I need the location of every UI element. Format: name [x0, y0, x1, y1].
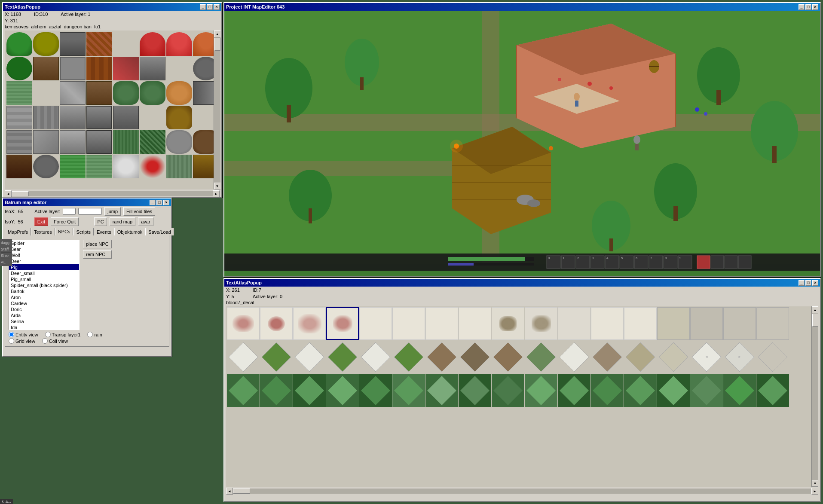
bottom-atlas-scrollbar-h[interactable]: ◄ ►: [226, 488, 818, 495]
diamond-tile[interactable]: [392, 341, 425, 373]
tab-npcs[interactable]: NPCs: [55, 228, 73, 235]
npc-item-selina[interactable]: Selina: [9, 318, 79, 324]
radio-entity-view[interactable]: Entity view: [9, 332, 38, 337]
radio-rain[interactable]: rain: [87, 332, 102, 337]
checker-tile[interactable]: [591, 374, 624, 407]
diamond-tile[interactable]: [425, 341, 458, 373]
npc-item-deer[interactable]: Deer: [9, 258, 79, 264]
sprite-cell[interactable]: [140, 106, 165, 129]
sprite-cell[interactable]: [60, 130, 86, 154]
diamond-tile[interactable]: [293, 341, 326, 373]
scroll-thumb[interactable]: [214, 38, 220, 51]
sprite-cell[interactable]: [6, 32, 32, 56]
tab-scripts[interactable]: Scripts: [73, 228, 94, 235]
radio-coll-view[interactable]: Coll view: [42, 338, 68, 344]
npc-item-ida[interactable]: Ida: [9, 324, 79, 330]
sprite-cell[interactable]: [166, 106, 192, 129]
sprite-cell[interactable]: [166, 32, 192, 56]
checker-tile[interactable]: [492, 374, 524, 407]
sprite-cell[interactable]: [140, 32, 165, 56]
jump-button[interactable]: jump: [104, 207, 121, 216]
tile-cell[interactable]: [392, 307, 425, 340]
scroll-down-btn[interactable]: ▼: [214, 183, 221, 189]
bottom-scroll-up[interactable]: ▲: [812, 306, 819, 313]
map-canvas[interactable]: 0 1 2 3 4 5 6 7 8 9: [224, 11, 820, 276]
rand-map-button[interactable]: rand map: [110, 217, 135, 226]
npc-item-cardew[interactable]: Cardew: [9, 300, 79, 306]
force-quit-button[interactable]: Force Quit: [51, 217, 79, 226]
sprite-cell[interactable]: [86, 32, 112, 56]
diamond-tile[interactable]: [326, 341, 359, 373]
bottom-h-scroll-right[interactable]: ►: [811, 488, 818, 495]
sprite-cell[interactable]: [86, 57, 112, 80]
balrum-minimize[interactable]: _: [150, 200, 156, 205]
checker-tile[interactable]: [425, 374, 458, 407]
atlas-bottom-maximize[interactable]: □: [805, 280, 811, 286]
sprite-cell[interactable]: [60, 106, 86, 129]
active-layer-input[interactable]: 1: [63, 208, 76, 215]
exit-button[interactable]: Exit: [34, 217, 48, 226]
npc-item-doric[interactable]: Doric: [9, 306, 79, 312]
bottom-scroll-thumb[interactable]: [812, 314, 818, 327]
tile-cell-wood[interactable]: [657, 307, 690, 340]
sprite-cell[interactable]: [140, 130, 165, 154]
checker-tile[interactable]: [260, 374, 293, 407]
scroll-left-btn[interactable]: ◄: [5, 190, 12, 197]
scroll-up-btn[interactable]: ▲: [214, 31, 221, 37]
radio-grid-view[interactable]: Grid view: [9, 338, 35, 344]
sprite-cell[interactable]: [86, 106, 112, 129]
sprite-cell[interactable]: [33, 81, 59, 105]
h-scroll-thumb[interactable]: [12, 191, 29, 196]
diamond-tile[interactable]: ►: [723, 341, 756, 373]
tile-cell[interactable]: [624, 307, 657, 340]
sprite-cell[interactable]: [6, 57, 32, 80]
bottom-atlas-scrollbar-v[interactable]: ▲ ▼: [811, 306, 818, 487]
tile-cell[interactable]: [756, 307, 789, 340]
map-editor-close[interactable]: ×: [812, 4, 818, 10]
npc-item-deer-small[interactable]: Deer_small: [9, 270, 79, 276]
atlas-bottom-minimize[interactable]: _: [799, 280, 805, 286]
npc-item-bartok[interactable]: Bartok: [9, 288, 79, 294]
pc-button[interactable]: PC: [94, 217, 107, 226]
sprite-cell[interactable]: [6, 155, 32, 178]
sprite-cell[interactable]: [60, 81, 86, 105]
diamond-tile[interactable]: [657, 341, 690, 373]
tile-cell-selected[interactable]: [326, 307, 359, 340]
checker-tile[interactable]: [459, 374, 491, 407]
sprite-cell[interactable]: [6, 130, 32, 154]
diamond-tile[interactable]: [359, 341, 392, 373]
tile-cell[interactable]: [525, 307, 557, 340]
npc-item-pig-small[interactable]: Pig_small: [9, 276, 79, 282]
sprite-cell[interactable]: [113, 130, 139, 154]
diamond-tile[interactable]: [260, 341, 293, 373]
sprite-cell[interactable]: [86, 130, 112, 154]
checker-tile[interactable]: [756, 374, 789, 407]
atlas-bottom-close[interactable]: ×: [812, 280, 818, 286]
sprite-cell[interactable]: [113, 81, 139, 105]
tile-cell[interactable]: [293, 307, 326, 340]
diamond-tile[interactable]: [591, 341, 624, 373]
tile-cell[interactable]: [260, 307, 293, 340]
sprite-cell[interactable]: [60, 155, 86, 178]
sprite-scrollbar-h[interactable]: ◄ ►: [5, 190, 220, 197]
sprite-cell[interactable]: [33, 106, 59, 129]
sprite-cell[interactable]: [86, 155, 112, 178]
tile-cell[interactable]: [492, 307, 524, 340]
sprite-scrollbar-v[interactable]: ▲ ▼: [214, 31, 220, 189]
sprite-cell[interactable]: [33, 130, 59, 154]
bottom-h-scroll-thumb[interactable]: [233, 489, 250, 494]
balrum-maximize[interactable]: □: [156, 200, 162, 205]
checker-tile[interactable]: [359, 374, 392, 407]
diamond-tile[interactable]: [459, 341, 491, 373]
sprite-cell[interactable]: [33, 32, 59, 56]
npc-item-pig[interactable]: Pig: [9, 264, 79, 270]
tab-objektumok[interactable]: Objektumok: [114, 228, 146, 235]
sprite-cell[interactable]: [113, 155, 139, 178]
tile-cell[interactable]: [359, 307, 392, 340]
place-npc-button[interactable]: place NPC: [83, 240, 112, 248]
sprite-cell[interactable]: [6, 81, 32, 105]
sprite-cell[interactable]: [6, 106, 32, 129]
sprite-cell[interactable]: [86, 81, 112, 105]
sprite-cell[interactable]: [33, 155, 59, 178]
sprite-cell[interactable]: [166, 57, 192, 80]
